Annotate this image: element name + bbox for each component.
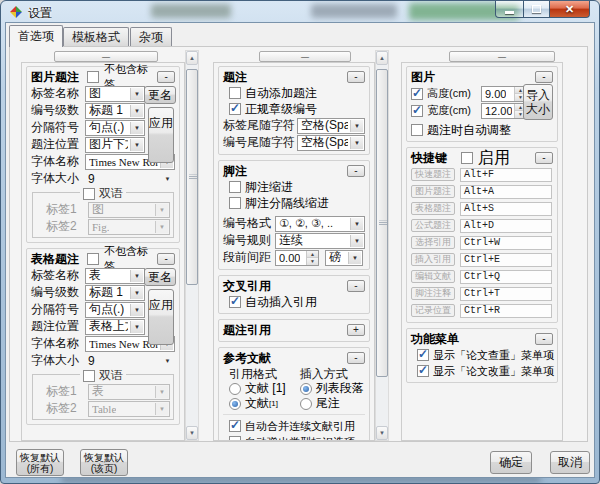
maximize-button[interactable] <box>523 1 550 18</box>
checkbox-label: 显示「论文改重」菜单项 <box>433 364 554 379</box>
right-column-collapse-button[interactable]: — <box>449 51 555 62</box>
number-level-select[interactable]: 标题 1▼ <box>85 285 145 301</box>
rename-button[interactable]: 更名 <box>144 268 176 286</box>
scroll-down-icon[interactable]: ▼ <box>376 426 388 440</box>
tab-page: — — — 图片题注 不包含标签 - 标签名称 图▼ <box>9 46 588 442</box>
group-title: 图片 <box>411 69 435 86</box>
hotkey-field[interactable]: Ctrl+E <box>460 253 552 267</box>
bilingual-checkbox[interactable] <box>83 370 95 382</box>
collapse-icon[interactable]: - <box>347 71 365 83</box>
height-spinner[interactable]: 9.00 ▲▼ <box>481 86 527 102</box>
unit-select[interactable]: 磅▼ <box>325 250 363 266</box>
number-trailing-select[interactable]: 空格(Space)▼ <box>297 135 365 151</box>
apply-button[interactable]: 应用 <box>148 289 174 345</box>
close-button[interactable]: ✕ <box>549 1 590 18</box>
ok-button[interactable]: 确定 <box>490 451 532 474</box>
chevron-down-icon: ▼ <box>130 287 143 299</box>
close-icon: ✕ <box>565 4 574 14</box>
label-name-select[interactable]: 表▼ <box>85 268 145 284</box>
reference-checks: 自动合并连续文献引用 自动弹出类型标识选项 <box>223 414 365 441</box>
separator-indent-checkbox[interactable] <box>229 197 241 209</box>
collapse-icon[interactable]: - <box>535 71 553 83</box>
footnote-indent-checkbox[interactable] <box>229 181 241 193</box>
left-panel-scrollbar[interactable]: ▲ ▼ <box>185 50 199 441</box>
collapse-icon[interactable]: - <box>347 352 365 364</box>
cite-superscript-radio[interactable] <box>229 398 241 410</box>
cite-option-1: 文献 [1] <box>229 381 300 396</box>
exclude-label-checkbox[interactable] <box>87 71 99 83</box>
number-format-select[interactable]: ①, ②, ③, ..▼ <box>275 216 365 232</box>
merge-refs-checkbox[interactable] <box>229 420 241 432</box>
endnote-radio[interactable] <box>300 398 312 410</box>
middle-column-collapse-button[interactable]: — <box>259 51 351 62</box>
hotkey-row: 选择引用Ctrl+W <box>411 234 553 251</box>
hotkey-field[interactable]: Alt+A <box>460 185 552 199</box>
scroll-up-icon[interactable]: ▲ <box>376 51 388 65</box>
number-level-select[interactable]: 标题 1▼ <box>85 103 145 119</box>
hotkey-field[interactable]: Ctrl+T <box>460 287 552 301</box>
import-size-button[interactable]: 导入大小 <box>523 84 553 120</box>
label-trailing-select[interactable]: 空格(Space)▼ <box>297 118 365 134</box>
apply-button[interactable]: 应用 <box>148 107 174 163</box>
left-column-collapse-button[interactable]: — <box>54 51 158 62</box>
restore-defaults-page-button[interactable]: 恢复默认 (该页) <box>80 449 128 476</box>
cite-format-column: 引用格式 文献 [1] 文献[1] <box>229 366 300 411</box>
chevron-down-icon: ▼ <box>130 304 143 316</box>
show-check-menu-checkbox[interactable] <box>417 349 429 361</box>
tab-preferences[interactable]: 首选项 <box>9 25 63 47</box>
spinner-buttons[interactable]: ▲▼ <box>306 251 318 265</box>
hotkey-field[interactable]: Ctrl+W <box>460 236 552 250</box>
list-paragraph-radio[interactable] <box>300 383 312 395</box>
middle-panel-scrollbar[interactable]: ▲ ▼ <box>375 50 389 441</box>
tab-template-format[interactable]: 模板格式 <box>63 27 129 46</box>
cite-bracket-radio[interactable] <box>229 383 241 395</box>
collapse-icon[interactable]: - <box>347 280 365 292</box>
auto-add-caption-checkbox[interactable] <box>229 87 241 99</box>
hotkey-field[interactable]: Ctrl+Q <box>460 270 552 284</box>
scroll-down-icon[interactable]: ▼ <box>186 426 198 440</box>
show-rewrite-menu-checkbox[interactable] <box>417 365 429 377</box>
scrollbar-thumb[interactable] <box>376 69 388 377</box>
caption-position-select[interactable]: 表格上方▼ <box>85 319 145 335</box>
width-checkbox[interactable] <box>411 105 423 117</box>
exclude-label-checkbox[interactable] <box>87 253 99 265</box>
label-name-select[interactable]: 图▼ <box>85 86 145 102</box>
hotkey-field[interactable]: Alt+F <box>460 168 552 182</box>
group-title: 题注引用 <box>223 322 271 339</box>
hotkey-field[interactable]: Alt+D <box>460 219 552 233</box>
bilingual-label2-select: Fig.▼ <box>88 219 170 235</box>
enable-hotkeys-checkbox[interactable] <box>461 152 473 164</box>
height-checkbox[interactable] <box>411 88 423 100</box>
separator-select[interactable]: 句点(.)▼ <box>85 120 145 136</box>
auto-insert-ref-checkbox[interactable] <box>229 296 241 308</box>
chapter-numbering-checkbox[interactable] <box>229 103 241 115</box>
popup-type-checkbox[interactable] <box>229 436 241 441</box>
hotkey-field[interactable]: Ctrl+R <box>460 304 552 318</box>
title-bar[interactable]: 设置 ✕ <box>1 1 599 23</box>
cancel-button[interactable]: 取消 <box>550 451 590 474</box>
bilingual-checkbox[interactable] <box>83 188 95 200</box>
tab-misc[interactable]: 杂项 <box>130 27 172 46</box>
collapse-icon[interactable]: - <box>535 152 553 164</box>
auto-adjust-checkbox[interactable] <box>411 124 423 136</box>
hotkey-row: 表格题注Alt+S <box>411 200 553 217</box>
hotkey-field[interactable]: Alt+S <box>460 202 552 216</box>
rename-button[interactable]: 更名 <box>144 86 176 104</box>
bilingual-label1-select: 图▼ <box>88 202 170 218</box>
space-before-spinner[interactable]: 0.00 ▲▼ <box>275 250 319 266</box>
space-before-row: 段前间距 0.00 ▲▼ 磅▼ <box>223 249 365 266</box>
minimize-button[interactable] <box>495 1 524 18</box>
collapse-icon[interactable]: - <box>347 165 365 177</box>
width-spinner[interactable]: 12.00 ▲▼ <box>481 103 527 119</box>
expand-icon[interactable]: + <box>347 324 365 336</box>
scroll-up-icon[interactable]: ▲ <box>186 51 198 65</box>
collapse-icon[interactable]: - <box>535 333 553 345</box>
restore-defaults-all-button[interactable]: 恢复默认 (所有) <box>16 449 64 476</box>
scrollbar-thumb[interactable] <box>186 69 198 285</box>
spin-down-icon[interactable]: ▼ <box>307 257 318 265</box>
caption-position-select[interactable]: 图片下方▼ <box>85 137 145 153</box>
collapse-icon[interactable]: - <box>157 253 175 265</box>
number-rule-select[interactable]: 连续▼ <box>275 233 365 249</box>
separator-select[interactable]: 句点(.)▼ <box>85 302 145 318</box>
collapse-icon[interactable]: - <box>157 71 175 83</box>
